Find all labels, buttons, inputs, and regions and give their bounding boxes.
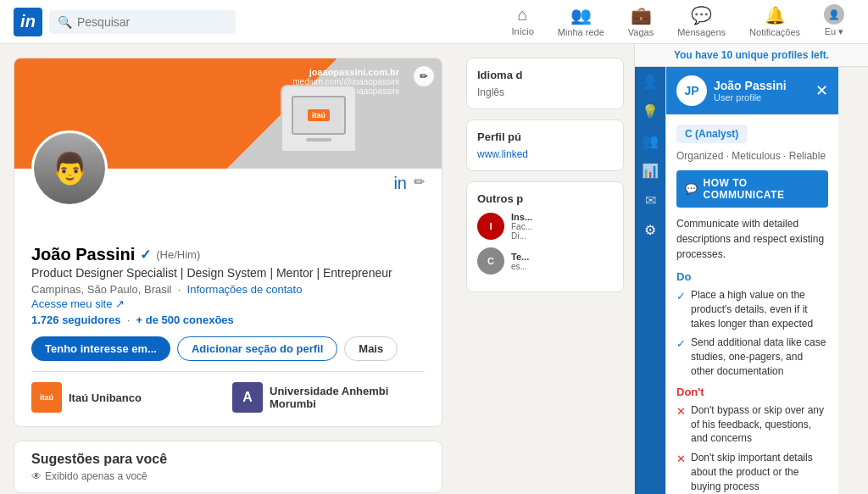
nav-label-eu: Eu ▾ (825, 26, 844, 37)
profile-buttons: Tenho interesse em... Adicionar seção do… (31, 336, 425, 361)
outros-profile-c: C Te... es... (477, 247, 613, 275)
contact-info-link[interactable]: Informações de contato (187, 283, 303, 296)
experience-row: itaú Itaú Unibanco A Universidade Anhemb… (31, 371, 425, 413)
computer-stand (296, 153, 342, 159)
nav-item-vagas[interactable]: 💼 Vagas (618, 0, 664, 44)
nav-label-mensagens: Mensagens (677, 27, 726, 37)
search-box[interactable]: 🔍 (49, 10, 236, 34)
insper-sub2: Di... (511, 231, 532, 241)
add-section-button[interactable]: Adicionar seção do perfil (177, 336, 337, 361)
exp-itau-name: Itaú Unibanco (69, 391, 142, 404)
computer-base (306, 138, 331, 142)
profile-body: 👨 in ✏ João Passini ✓ (He/Him) Product D… (14, 169, 442, 426)
x-icon-2: ✕ (676, 452, 686, 467)
do-item-2-text: Send additional data like case studies, … (691, 336, 828, 378)
search-icon: 🔍 (58, 15, 72, 29)
exp-univ: A Universidade Anhembi Morumbi (232, 382, 425, 413)
x-icon-1: ✕ (676, 404, 686, 419)
left-column: joaaopassini.com.br medium.com/@joaaopas… (0, 44, 456, 494)
dont-item-1-text: Don't bypass or skip over any of his fee… (691, 403, 828, 446)
c-sub: es... (511, 262, 529, 271)
unique-banner-text: You have 10 unique profiles left. (674, 49, 829, 61)
comm-avatar: JP (676, 75, 707, 106)
edit-profile-button[interactable]: ✏ (414, 174, 425, 203)
notifications-icon: 🔔 (765, 5, 786, 25)
comm-panel-name: João Passini (714, 79, 787, 92)
nav-label-inicio: Início (511, 26, 533, 36)
insper-label: Ins... (511, 212, 532, 222)
person-side-icon[interactable]: 👤 (642, 74, 659, 90)
main-layout: joaaopassini.com.br medium.com/@joaaopas… (0, 44, 868, 494)
search-input[interactable] (77, 15, 227, 29)
idioma-title: Idioma d (477, 69, 613, 81)
more-button[interactable]: Mais (344, 336, 398, 361)
do-title: Do (676, 270, 828, 283)
topnav-left: in 🔍 (14, 8, 236, 36)
mail-side-icon[interactable]: ✉ (645, 192, 656, 208)
home-icon: ⌂ (518, 5, 528, 25)
gear-side-icon[interactable]: ⚙ (644, 222, 656, 238)
panel-side-icons: 👤 💡 👥 📊 ✉ ⚙ (635, 67, 665, 494)
followers-count[interactable]: 1.726 seguidores (31, 314, 121, 326)
profile-avatar: 👨 (31, 130, 108, 207)
suggestions-section: Sugestões para você 👁 Exibido apenas a v… (14, 441, 442, 493)
comm-panel: JP João Passini User profile ✕ C (Analys… (665, 67, 838, 494)
linkedin-icon-button[interactable]: in (393, 174, 407, 203)
nav-item-mensagens[interactable]: 💬 Mensagens (667, 0, 736, 44)
profile-card: joaaopassini.com.br medium.com/@joaaopas… (14, 58, 442, 427)
external-link-icon: ↗ (115, 297, 125, 310)
dont-item-2: ✕ Don't skip important details about the… (676, 451, 828, 493)
idioma-value: Inglês (477, 86, 613, 98)
lightbulb-side-icon[interactable]: 💡 (642, 103, 659, 119)
messages-icon: 💬 (691, 5, 712, 25)
linkedin-logo[interactable]: in (14, 8, 42, 36)
comm-content: C (Analyst) Organized · Meticulous · Rel… (666, 114, 838, 494)
type-traits: Organized · Meticulous · Reliable (676, 150, 828, 162)
check-icon-1: ✓ (676, 289, 686, 304)
profile-followers: 1.726 seguidores · + de 500 conexões (31, 314, 425, 326)
perfil-pub-title: Perfil pú (477, 130, 613, 143)
type-badge: C (Analyst) (676, 125, 747, 143)
c-avatar: C (477, 247, 504, 275)
dont-item-1: ✕ Don't bypass or skip over any of his f… (676, 403, 828, 446)
network-icon: 👥 (570, 5, 592, 25)
computer-body: itaú (281, 85, 357, 153)
unique-banner: You have 10 unique profiles left. (635, 44, 868, 67)
perfil-pub-link[interactable]: www.linked (477, 148, 613, 160)
profile-pronoun: (He/Him) (156, 248, 200, 261)
nav-item-inicio[interactable]: ⌂ Início (501, 0, 543, 43)
suggestions-sub-text: Exibido apenas a você (45, 470, 147, 482)
interest-button[interactable]: Tenho interesse em... (31, 336, 170, 361)
chat-icon: 💬 (685, 183, 698, 195)
profile-info: João Passini ✓ (He/Him) Product Designer… (31, 245, 425, 413)
profile-location: Campinas, São Paulo, Brasil · Informaçõe… (31, 283, 425, 296)
group-side-icon[interactable]: 👥 (642, 133, 659, 149)
avatar-emoji: 👨 (51, 151, 89, 186)
itau-logo: itaú (31, 382, 62, 413)
how-to-communicate-label: HOW TO COMMUNICATE (704, 177, 821, 201)
profile-name-row: João Passini ✓ (He/Him) (31, 245, 425, 264)
how-to-communicate-header: 💬 HOW TO COMMUNICATE (676, 170, 828, 208)
comm-panel-identity: João Passini User profile (714, 79, 787, 103)
connections-count[interactable]: + de 500 conexões (136, 314, 234, 326)
banner-edit-button[interactable]: ✏ (413, 65, 435, 87)
website-link[interactable]: Acesse meu site ↗ (31, 297, 425, 310)
chart-side-icon[interactable]: 📊 (642, 163, 659, 179)
jobs-icon: 💼 (631, 5, 652, 25)
comm-close-button[interactable]: ✕ (815, 81, 828, 100)
do-item-2: ✓ Send additional data like case studies… (676, 336, 828, 378)
avatar-image: 👨 (34, 133, 105, 204)
suggestions-subtitle: 👁 Exibido apenas a você (31, 470, 425, 482)
nav-item-eu[interactable]: 👤 Eu ▾ (814, 0, 854, 44)
do-item-1: ✓ Place a high value on the product's de… (676, 288, 828, 330)
comm-panel-layout: You have 10 unique profiles left. 👤 💡 👥 … (634, 44, 868, 494)
c-label: Te... (511, 252, 529, 262)
nav-item-notificacoes[interactable]: 🔔 Notificações (739, 0, 810, 44)
user-avatar-nav: 👤 (824, 4, 844, 25)
nav-item-minha-rede[interactable]: 👥 Minha rede (548, 0, 615, 44)
univ-logo: A (232, 382, 263, 413)
profile-name-text: João Passini (31, 245, 135, 264)
comm-panel-header: JP João Passini User profile ✕ (666, 67, 838, 114)
insper-info: Ins... Fac... Di... (511, 212, 532, 241)
dont-section: Don't ✕ Don't bypass or skip over any of… (676, 386, 828, 494)
